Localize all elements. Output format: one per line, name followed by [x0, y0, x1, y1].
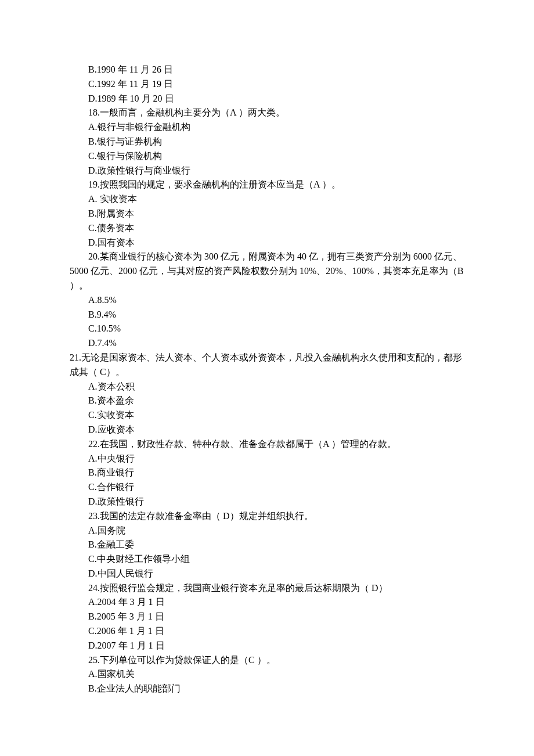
text-line: A.银行与非银行金融机构 [70, 120, 464, 135]
text-line: D.国有资本 [70, 236, 464, 250]
text-line: D.中国人民银行 [70, 567, 464, 581]
text-line: C.银行与保险机构 [70, 149, 464, 164]
text-line: 18.一般而言，金融机构主要分为（A ）两大类。 [70, 106, 464, 120]
text-line: B.商业银行 [70, 466, 464, 480]
text-line: B.资本盈余 [70, 394, 464, 408]
text-line: A.8.5% [70, 293, 464, 308]
text-line: D.政策性银行与商业银行 [70, 164, 464, 178]
text-line: C.合作银行 [70, 480, 464, 495]
text-line: B.9.4% [70, 308, 464, 322]
text-line: D.2007 年 1 月 1 日 [70, 639, 464, 653]
text-line: A.中央银行 [70, 452, 464, 466]
text-line: 21.无论是国家资本、法人资本、个人资本或外资资本，凡投入金融机构永久使用和支配… [70, 351, 464, 380]
text-line: A.国务院 [70, 524, 464, 538]
text-line: D.应收资本 [70, 423, 464, 437]
text-line: 22.在我国，财政性存款、特种存款、准备金存款都属于（A ）管理的存款。 [70, 437, 464, 452]
text-line: 24.按照银行监会规定，我国商业银行资本充足率的最后达标期限为（ D） [70, 581, 464, 596]
text-line: B.银行与证券机构 [70, 135, 464, 149]
text-line: B.附属资本 [70, 207, 464, 221]
text-line: C.1992 年 11 月 19 日 [70, 77, 464, 92]
document-page: B.1990 年 11 月 26 日C.1992 年 11 月 19 日D.19… [0, 0, 534, 756]
text-line: D.1989 年 10 月 20 日 [70, 92, 464, 106]
text-line: 20.某商业银行的核心资本为 300 亿元，附属资本为 40 亿，拥有三类资产分… [70, 250, 464, 293]
text-line: C.实收资本 [70, 408, 464, 423]
text-line: A.国家机关 [70, 667, 464, 682]
text-line: C.2006 年 1 月 1 日 [70, 624, 464, 639]
text-line: A.资本公积 [70, 380, 464, 394]
text-line: C.债务资本 [70, 221, 464, 236]
text-line: B.2005 年 3 月 1 日 [70, 610, 464, 624]
text-line: A.2004 年 3 月 1 日 [70, 595, 464, 610]
text-line: D.7.4% [70, 336, 464, 351]
text-line: 23.我国的法定存款准备金率由（ D）规定并组织执行。 [70, 509, 464, 524]
text-line: B.金融工委 [70, 538, 464, 552]
text-line: A. 实收资本 [70, 192, 464, 207]
text-line: C.中央财经工作领导小组 [70, 552, 464, 567]
text-line: C.10.5% [70, 322, 464, 336]
text-line: 19.按照我国的规定，要求金融机构的注册资本应当是（A ）。 [70, 178, 464, 192]
text-line: D.政策性银行 [70, 495, 464, 509]
text-line: 25.下列单位可以作为贷款保证人的是（C ）。 [70, 653, 464, 668]
text-line: B.企业法人的职能部门 [70, 682, 464, 696]
text-line: B.1990 年 11 月 26 日 [70, 63, 464, 77]
